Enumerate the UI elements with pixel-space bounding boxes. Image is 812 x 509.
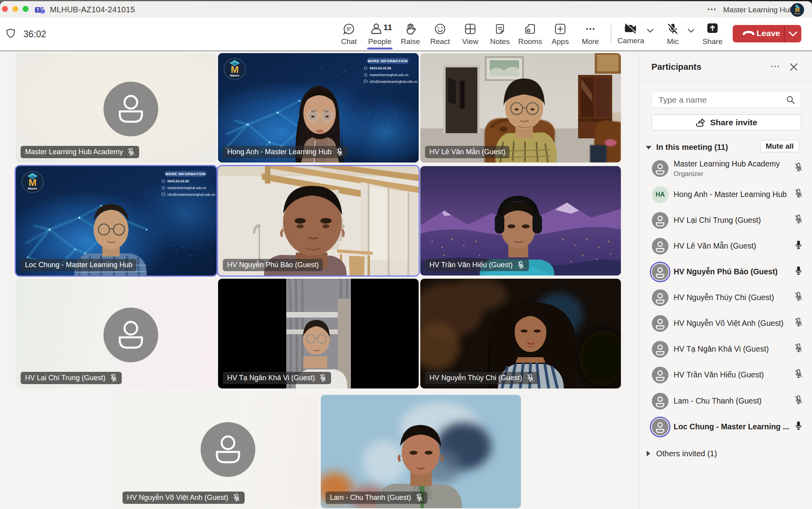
svg-text:Master: Master <box>230 74 239 77</box>
svg-text:11: 11 <box>383 23 392 32</box>
svg-text:Master: Master <box>794 12 801 15</box>
svg-text:M: M <box>29 177 36 188</box>
svg-text:M: M <box>231 64 239 75</box>
svg-text:0933.54.20.55: 0933.54.20.55 <box>370 66 391 70</box>
svg-text:MORE INFORMATION: MORE INFORMATION <box>368 59 408 63</box>
svg-text:masterlearninghub.edu.vn: masterlearninghub.edu.vn <box>167 186 207 190</box>
svg-text:0933.54.20.55: 0933.54.20.55 <box>167 179 189 183</box>
svg-text:T: T <box>36 8 39 12</box>
svg-text:info@masterlearninghub.edu.vn: info@masterlearninghub.edu.vn <box>167 193 215 197</box>
svg-text:Master: Master <box>28 187 37 190</box>
svg-text:MORE INFORMATION: MORE INFORMATION <box>166 172 205 176</box>
svg-text:masterlearninghub.edu.vn: masterlearninghub.edu.vn <box>370 73 409 77</box>
svg-text:info@masterlearninghub.edu.vn: info@masterlearninghub.edu.vn <box>370 80 417 84</box>
